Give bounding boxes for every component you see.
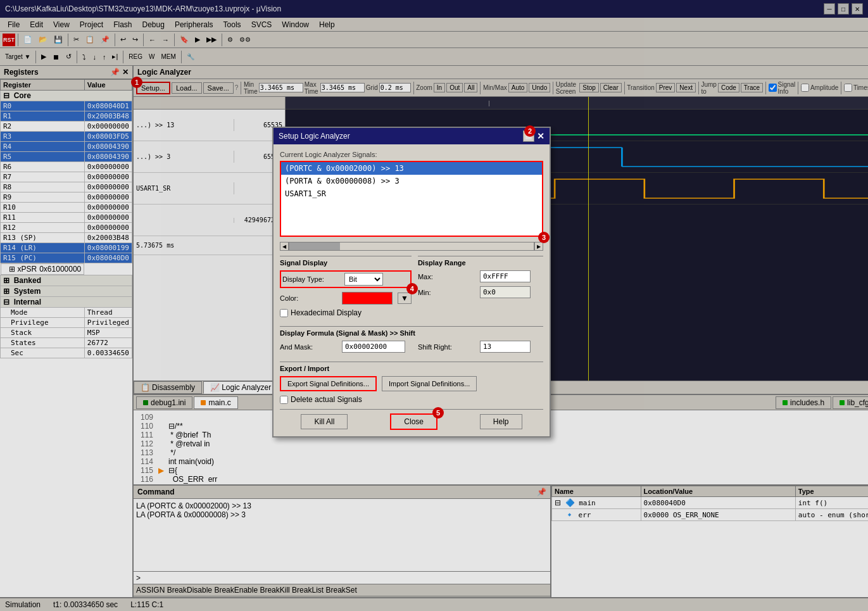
color-label: Color: <box>280 294 337 302</box>
delete-signals-check[interactable] <box>280 396 288 404</box>
shift-right-label: Shift Right: <box>418 343 475 351</box>
signal-list-scrollbar: ◀ ▶ <box>280 242 543 251</box>
help-button[interactable]: Help <box>480 414 522 429</box>
kill-all-button[interactable]: Kill All <box>301 414 348 429</box>
signal-display-range: Signal Display 4 Display Type: Bit Analo… <box>280 256 543 321</box>
list-item[interactable]: (PORTC & 0x00002000) >> 13 <box>281 162 542 175</box>
list-item[interactable]: USART1_SR <box>281 187 542 200</box>
display-type-select[interactable]: Bit Analog Hex <box>344 273 383 286</box>
annotation-5: 5 <box>432 407 444 419</box>
modal-overlay: Setup Logic Analyzer 2 ⬜ ✕ Current Logic… <box>0 0 868 611</box>
display-range-col: Display Range Max: 0xFFFF Min: 0x0 <box>418 256 543 321</box>
setup-la-dialog: Setup Logic Analyzer 2 ⬜ ✕ Current Logic… <box>272 127 551 438</box>
dialog-body: Current Logic Analyzer Signals: 3 (PORTC… <box>274 144 550 436</box>
display-type-wrapper: 4 Display Type: Bit Analog Hex <box>280 270 412 288</box>
annotation-3: 3 <box>538 232 550 243</box>
shift-right-input[interactable]: 13 <box>480 341 531 353</box>
display-type-row: Display Type: Bit Analog Hex <box>280 270 412 288</box>
dialog-bottom-buttons: Kill All 5 Close Help <box>280 409 543 430</box>
signal-display-label: Signal Display <box>280 256 412 267</box>
display-type-label: Display Type: <box>282 275 339 283</box>
import-signal-btn[interactable]: Import Signal Definitions... <box>382 376 477 391</box>
max-label: Max: <box>418 273 475 280</box>
export-import-label: Export / Import <box>280 362 543 372</box>
close-btn-wrapper: 5 Close <box>390 413 437 430</box>
scrollbar-thumb <box>289 243 340 250</box>
and-mask-input[interactable]: 0x00002000 <box>342 341 405 353</box>
min-label: Min: <box>418 289 475 296</box>
hex-display-label: Hexadecimal Display <box>291 308 362 317</box>
scroll-left-btn[interactable]: ◀ <box>280 242 289 251</box>
max-row: Max: 0xFFFF <box>418 270 543 282</box>
dialog-title-controls: 2 ⬜ ✕ <box>523 130 544 142</box>
hex-display-row: Hexadecimal Display <box>280 308 412 317</box>
annotation-4: 4 <box>406 283 418 294</box>
hex-display-check[interactable] <box>280 309 288 317</box>
close-dialog-button[interactable]: Close <box>390 413 437 430</box>
display-range-label: Display Range <box>418 256 543 267</box>
dialog-close-button[interactable]: ✕ <box>537 131 544 141</box>
dialog-titlebar: Setup Logic Analyzer 2 ⬜ ✕ <box>274 128 550 144</box>
signal-list[interactable]: (PORTC & 0x00002000) >> 13 (PORTA & 0x00… <box>280 161 543 237</box>
export-import-section: Export / Import Export Signal Definition… <box>280 362 543 404</box>
color-picker-btn[interactable]: ▼ <box>398 293 412 304</box>
delete-signals-row: Delete actual Signals <box>280 395 543 404</box>
list-item[interactable]: (PORTA & 0x00000008) >> 3 <box>281 175 542 187</box>
delete-signals-label: Delete actual Signals <box>291 395 362 404</box>
and-mask-row: And Mask: 0x00002000 <box>280 341 405 353</box>
export-import-buttons: Export Signal Definitions... Import Sign… <box>280 376 543 391</box>
min-row: Min: 0x0 <box>418 286 543 298</box>
display-formula-label: Display Formula (Signal & Mask) >> Shift <box>280 326 543 337</box>
signal-display-col: Signal Display 4 Display Type: Bit Analo… <box>280 256 412 321</box>
max-input[interactable]: 0xFFFF <box>480 270 531 282</box>
scroll-right-btn[interactable]: ▶ <box>534 242 543 251</box>
color-preview <box>342 292 393 305</box>
signals-section-label: Current Logic Analyzer Signals: <box>280 151 543 158</box>
display-formula-section: Display Formula (Signal & Mask) >> Shift… <box>280 326 543 356</box>
annotation-2: 2 <box>524 125 536 137</box>
min-input[interactable]: 0x0 <box>480 286 531 298</box>
shift-right-row: Shift Right: 13 <box>418 341 531 353</box>
dialog-title-text: Setup Logic Analyzer <box>279 132 350 141</box>
color-row: Color: ▼ <box>280 292 412 305</box>
signal-list-container: 3 (PORTC & 0x00002000) >> 13 (PORTA & 0x… <box>280 161 543 237</box>
formula-inputs: And Mask: 0x00002000 Shift Right: 13 <box>280 341 543 356</box>
scrollbar-track[interactable] <box>289 242 534 251</box>
and-mask-label: And Mask: <box>280 343 337 351</box>
export-signal-btn[interactable]: Export Signal Definitions... <box>280 376 377 391</box>
